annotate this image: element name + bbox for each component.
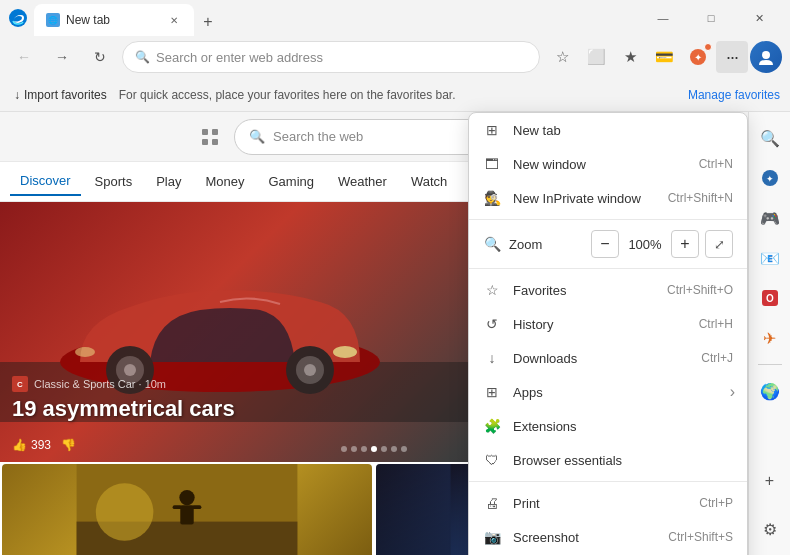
close-button[interactable]: ✕ [736, 2, 782, 34]
toolbar-icons: ☆ ⬜ ★ 💳 ✦ ··· [546, 41, 782, 73]
zoom-minus-button[interactable]: − [591, 230, 619, 258]
menu-new-window[interactable]: 🗔 New window Ctrl+N [469, 147, 747, 181]
dropdown-overlay: ⊞ New tab 🗔 New window Ctrl+N 🕵 New InPr… [0, 112, 790, 555]
active-tab[interactable]: 🌐 New tab ✕ [34, 4, 194, 36]
profile-icon-svg [757, 48, 775, 66]
zoom-label: Zoom [509, 237, 549, 252]
essentials-menu-icon: 🛡 [483, 451, 501, 469]
tab-close-button[interactable]: ✕ [166, 12, 182, 28]
dropdown-menu: ⊞ New tab 🗔 New window Ctrl+N 🕵 New InPr… [468, 112, 748, 555]
favorites-bar: ↓ Import favorites For quick access, pla… [0, 78, 790, 112]
svg-point-3 [762, 51, 770, 59]
address-placeholder: Search or enter web address [156, 50, 323, 65]
copilot-icon[interactable]: ✦ [682, 41, 714, 73]
menu-history-label: History [513, 317, 687, 332]
menu-browser-essentials[interactable]: 🛡 Browser essentials [469, 443, 747, 477]
menu-downloads[interactable]: ↓ Downloads Ctrl+J [469, 341, 747, 375]
menu-favorites-shortcut: Ctrl+Shift+O [667, 283, 733, 297]
forward-button[interactable]: → [46, 41, 78, 73]
menu-new-tab-label: New tab [513, 123, 733, 138]
import-icon: ↓ [14, 88, 20, 102]
address-input[interactable]: 🔍 Search or enter web address [122, 41, 540, 73]
favorites-menu-icon: ☆ [483, 281, 501, 299]
menu-essentials-label: Browser essentials [513, 453, 733, 468]
minimize-button[interactable]: — [640, 2, 686, 34]
menu-print-shortcut: Ctrl+P [699, 496, 733, 510]
search-icon: 🔍 [135, 50, 150, 64]
notification-badge [704, 43, 712, 51]
menu-divider-1 [469, 219, 747, 220]
zoom-icon: 🔍 [483, 235, 501, 253]
zoom-controls: − 100% + ⤢ [591, 230, 733, 258]
menu-extensions-label: Extensions [513, 419, 733, 434]
title-bar: 🌐 New tab ✕ + — □ ✕ [0, 0, 790, 36]
refresh-button[interactable]: ↻ [84, 41, 116, 73]
menu-screenshot-shortcut: Ctrl+Shift+S [668, 530, 733, 544]
menu-print-label: Print [513, 496, 687, 511]
apps-menu-icon: ⊞ [483, 383, 501, 401]
manage-favorites-link[interactable]: Manage favorites [688, 88, 780, 102]
menu-history-shortcut: Ctrl+H [699, 317, 733, 331]
ellipsis-icon: ··· [726, 47, 738, 68]
new-window-icon: 🗔 [483, 155, 501, 173]
zoom-fullscreen-button[interactable]: ⤢ [705, 230, 733, 258]
history-menu-icon: ↺ [483, 315, 501, 333]
copilot-svg: ✦ [689, 48, 707, 66]
menu-apps-label: Apps [513, 385, 733, 400]
menu-favorites[interactable]: ☆ Favorites Ctrl+Shift+O [469, 273, 747, 307]
menu-inprivate[interactable]: 🕵 New InPrivate window Ctrl+Shift+N [469, 181, 747, 215]
tab-label: New tab [66, 13, 110, 27]
menu-new-tab[interactable]: ⊞ New tab [469, 113, 747, 147]
menu-screenshot-label: Screenshot [513, 530, 656, 545]
import-label: Import favorites [24, 88, 107, 102]
menu-screenshot[interactable]: 📷 Screenshot Ctrl+Shift+S [469, 520, 747, 554]
menu-divider-3 [469, 481, 747, 482]
address-bar: ← → ↻ 🔍 Search or enter web address ☆ ⬜ … [0, 36, 790, 78]
tab-bar: 🌐 New tab ✕ + [34, 0, 634, 36]
downloads-menu-icon: ↓ [483, 349, 501, 367]
wallet-icon[interactable]: 💳 [648, 41, 680, 73]
maximize-button[interactable]: □ [688, 2, 734, 34]
zoom-row: 🔍 Zoom − 100% + ⤢ [469, 224, 747, 264]
menu-print[interactable]: 🖨 Print Ctrl+P [469, 486, 747, 520]
inprivate-icon: 🕵 [483, 189, 501, 207]
menu-favorites-label: Favorites [513, 283, 655, 298]
menu-extensions[interactable]: 🧩 Extensions [469, 409, 747, 443]
back-button[interactable]: ← [8, 41, 40, 73]
svg-text:✦: ✦ [694, 52, 702, 63]
edge-logo-icon [8, 8, 28, 28]
menu-history[interactable]: ↺ History Ctrl+H [469, 307, 747, 341]
split-screen-icon[interactable]: ⬜ [580, 41, 612, 73]
zoom-plus-button[interactable]: + [671, 230, 699, 258]
favorites-prompt: For quick access, place your favorites h… [119, 88, 680, 102]
menu-new-window-label: New window [513, 157, 687, 172]
import-favorites-button[interactable]: ↓ Import favorites [10, 86, 111, 104]
menu-downloads-label: Downloads [513, 351, 689, 366]
menu-inprivate-shortcut: Ctrl+Shift+N [668, 191, 733, 205]
more-tools-button[interactable]: ··· [716, 41, 748, 73]
profile-button[interactable] [750, 41, 782, 73]
new-tab-button[interactable]: + [194, 8, 222, 36]
screenshot-menu-icon: 📷 [483, 528, 501, 546]
menu-downloads-shortcut: Ctrl+J [701, 351, 733, 365]
window-controls: — □ ✕ [640, 2, 782, 34]
tab-favicon: 🌐 [46, 13, 60, 27]
menu-new-window-shortcut: Ctrl+N [699, 157, 733, 171]
new-tab-menu-icon: ⊞ [483, 121, 501, 139]
favorites-icon[interactable]: ☆ [546, 41, 578, 73]
menu-inprivate-label: New InPrivate window [513, 191, 656, 206]
menu-divider-2 [469, 268, 747, 269]
menu-apps[interactable]: ⊞ Apps [469, 375, 747, 409]
zoom-percentage: 100% [625, 237, 665, 252]
browser-logo-area [8, 8, 28, 28]
extensions-menu-icon: 🧩 [483, 417, 501, 435]
collections-icon[interactable]: ★ [614, 41, 646, 73]
print-menu-icon: 🖨 [483, 494, 501, 512]
main-content: 🔍 Search the web Discover Sports Play Mo… [0, 112, 790, 555]
